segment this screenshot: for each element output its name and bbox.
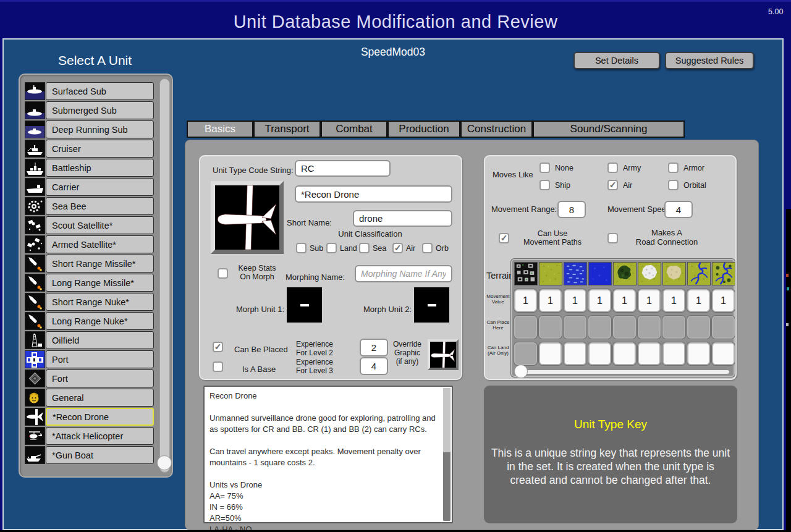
- tab-sound-scanning[interactable]: Sound/Scanning: [533, 120, 685, 138]
- attack-helicopter-icon: [25, 427, 45, 445]
- unit-list-item[interactable]: Port: [20, 350, 174, 368]
- unit-description-box[interactable]: Recon Drone Unmanned surveillance drone …: [203, 386, 453, 523]
- movement-speed-input[interactable]: [664, 201, 693, 218]
- unit-list-item[interactable]: *Attack Helicopter: [20, 427, 174, 445]
- classification-air-checkbox[interactable]: ✓: [392, 243, 403, 253]
- moves-like-none-checkbox[interactable]: [539, 163, 550, 173]
- description-scrollbar-thumb[interactable]: [443, 388, 450, 452]
- tab-transport[interactable]: Transport: [253, 120, 321, 138]
- movement-value-cell[interactable]: 1: [588, 289, 611, 312]
- can-land-cell[interactable]: [564, 342, 586, 365]
- unit-list-item[interactable]: General: [20, 389, 174, 407]
- can-land-cell[interactable]: [613, 342, 636, 365]
- terrain-slider-thumb[interactable]: [514, 365, 528, 378]
- unit-list-item[interactable]: Fort: [20, 369, 174, 387]
- movement-value-cell[interactable]: 1: [638, 289, 661, 312]
- unit-list-item[interactable]: Scout Satellite*: [20, 216, 174, 234]
- movement-value-cell[interactable]: 1: [514, 289, 537, 312]
- classification-orb-checkbox[interactable]: [422, 243, 433, 253]
- keep-stats-label: Keep Stats On Morph: [230, 264, 284, 281]
- unit-list-item[interactable]: *Gun Boat: [20, 446, 174, 464]
- movement-value-cell[interactable]: 1: [539, 289, 562, 312]
- can-place-cell[interactable]: [514, 316, 537, 339]
- tab-construction[interactable]: Construction: [460, 120, 533, 138]
- unit-list-item[interactable]: Carrier: [20, 178, 174, 196]
- unit-list-item[interactable]: Short Range Missile*: [20, 255, 174, 272]
- suggested-rules-button[interactable]: Suggested Rules: [665, 52, 754, 69]
- can-place-cell[interactable]: [712, 316, 735, 339]
- movement-value-cell[interactable]: 1: [687, 289, 710, 312]
- morphing-name-input[interactable]: [355, 265, 452, 282]
- can-land-cell[interactable]: [712, 342, 735, 365]
- movement-value-cell[interactable]: 1: [613, 289, 636, 312]
- can-place-cell[interactable]: [539, 316, 562, 339]
- moves-like-orbital-checkbox[interactable]: [668, 180, 679, 190]
- unit-list-item[interactable]: Cruiser: [20, 140, 174, 158]
- can-place-cell[interactable]: [638, 316, 661, 339]
- movement-value-cell[interactable]: 1: [712, 289, 735, 312]
- can-land-cell[interactable]: [687, 342, 710, 365]
- unit-list-item-label: Fort: [46, 369, 154, 387]
- can-place-cell[interactable]: [613, 316, 636, 339]
- moves-like-armor-checkbox[interactable]: [668, 163, 679, 173]
- can-land-cell[interactable]: [588, 342, 611, 365]
- terrain-slider-track[interactable]: [517, 369, 730, 374]
- unit-list-item[interactable]: Oilfield: [20, 331, 174, 349]
- morphing-name-label: Morphing Name:: [286, 272, 345, 282]
- unit-list-item[interactable]: Short Range Nuke*: [20, 293, 174, 311]
- tab-combat[interactable]: Combat: [321, 120, 387, 138]
- classification-sea-checkbox[interactable]: [359, 243, 370, 253]
- morph-unit-2-graphic[interactable]: [414, 287, 449, 323]
- can-land-cell[interactable]: [662, 342, 685, 365]
- can-be-placed-checkbox[interactable]: ✓: [213, 342, 223, 352]
- override-graphic[interactable]: [428, 339, 459, 370]
- classification-sub-checkbox[interactable]: [296, 243, 307, 253]
- short-name-input[interactable]: [353, 210, 452, 227]
- movement-range-input[interactable]: [557, 201, 586, 218]
- unit-list-scrollbar-track[interactable]: [159, 78, 170, 473]
- can-land-cell[interactable]: [514, 342, 537, 365]
- unit-list-item[interactable]: Long Range Missile*: [20, 274, 174, 292]
- road-connection-checkbox[interactable]: [607, 233, 618, 243]
- can-land-cell[interactable]: [539, 342, 562, 365]
- classification-air-label: Air: [406, 244, 415, 253]
- tab-production[interactable]: Production: [387, 120, 460, 138]
- can-place-cell[interactable]: [687, 316, 710, 339]
- is-a-base-checkbox[interactable]: [213, 361, 223, 372]
- can-land-cell[interactable]: [638, 342, 661, 365]
- unit-list-scrollbar-thumb[interactable]: [157, 455, 172, 470]
- morph-unit-1-graphic[interactable]: [287, 287, 322, 323]
- moves-like-air-checkbox[interactable]: ✓: [607, 180, 618, 190]
- moves-like-army-checkbox[interactable]: [607, 163, 618, 173]
- can-place-cell[interactable]: [564, 316, 586, 339]
- set-details-button[interactable]: Set Details: [573, 52, 660, 69]
- deep-running-sub-icon: [25, 120, 45, 138]
- unit-list-item[interactable]: Deep Running Sub: [20, 120, 174, 138]
- keep-stats-checkbox[interactable]: [218, 268, 228, 279]
- unit-list-item[interactable]: Long Range Nuke*: [20, 312, 174, 330]
- tab-basics[interactable]: Basics: [187, 120, 253, 138]
- movement-value-cell[interactable]: 1: [662, 289, 685, 312]
- unit-list-item[interactable]: Submerged Sub: [20, 101, 174, 119]
- can-place-cell[interactable]: [588, 316, 611, 339]
- exp-level3-input[interactable]: [360, 357, 388, 375]
- missile-icon: [25, 312, 45, 330]
- code-string-input[interactable]: [295, 160, 391, 177]
- scout-satellite-icon: [25, 216, 45, 234]
- exp-level2-input[interactable]: [360, 339, 388, 357]
- unit-list-item-label: *Gun Boat: [46, 446, 154, 464]
- movement-value-cell[interactable]: 1: [564, 289, 586, 312]
- classification-land-checkbox[interactable]: [326, 243, 337, 253]
- exp-level3-label: Experience For Level 3: [286, 358, 344, 375]
- can-use-paths-checkbox[interactable]: ✓: [499, 233, 509, 243]
- unit-list-item[interactable]: Battleship: [20, 159, 174, 177]
- unit-plane-image: [215, 241, 279, 251]
- unit-name-input[interactable]: [295, 185, 452, 203]
- unit-list-item[interactable]: Sea Bee: [20, 197, 174, 215]
- moves-like-ship-checkbox[interactable]: [539, 180, 550, 190]
- unit-list-item[interactable]: Armed Satellite*: [20, 235, 174, 253]
- moves-like-armor-label: Armor: [683, 164, 704, 172]
- unit-list-item[interactable]: Surfaced Sub: [20, 82, 174, 100]
- unit-list-item[interactable]: *Recon Drone: [20, 408, 174, 426]
- can-place-cell[interactable]: [662, 316, 685, 339]
